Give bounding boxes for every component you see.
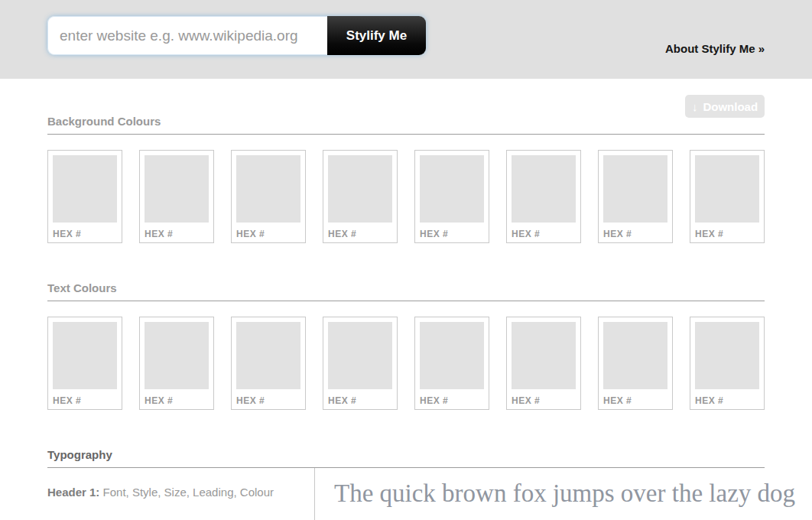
colour-swatch-card: HEX #: [690, 317, 765, 410]
colour-swatch-card: HEX #: [414, 317, 489, 410]
colour-swatch-card: HEX #: [690, 150, 765, 243]
url-search-widget: Stylify Me: [47, 16, 426, 55]
download-button[interactable]: ↓ Download: [685, 95, 765, 118]
colour-swatch: [236, 155, 300, 223]
header1-details: Font, Style, Size, Leading, Colour: [99, 486, 274, 499]
colour-swatch: [328, 322, 392, 389]
search-input[interactable]: [47, 16, 327, 55]
colour-swatch: [512, 155, 576, 223]
colour-swatch: [236, 322, 300, 389]
hex-label: HEX #: [328, 229, 392, 239]
colour-swatch: [603, 155, 667, 223]
download-arrow-icon: ↓: [692, 100, 698, 113]
colour-swatch: [512, 322, 576, 389]
colour-swatch-card: HEX #: [506, 317, 581, 410]
header1-label: Header 1:: [47, 486, 99, 499]
hex-label: HEX #: [512, 395, 576, 406]
hex-label: HEX #: [236, 395, 300, 406]
colour-swatch-card: HEX #: [506, 150, 581, 243]
colour-swatch-card: HEX #: [47, 150, 122, 243]
colour-swatch: [53, 322, 117, 389]
hex-label: HEX #: [236, 229, 300, 239]
top-bar: Stylify Me About Stylify Me »: [0, 0, 812, 79]
hex-label: HEX #: [328, 395, 392, 406]
section-title-text-colours: Text Colours: [47, 282, 765, 294]
colour-swatch-card: HEX #: [598, 150, 673, 243]
colour-swatch-card: HEX #: [598, 317, 673, 410]
colour-swatch-card: HEX #: [139, 150, 214, 243]
colour-swatch-card: HEX #: [231, 150, 306, 243]
colour-swatch: [603, 322, 667, 389]
colour-swatch: [328, 155, 392, 223]
typography-header1-row: Header 1: Font, Style, Size, Leading, Co…: [47, 468, 765, 520]
stylify-me-button[interactable]: Stylify Me: [327, 16, 426, 55]
text-colours-rule: [47, 301, 765, 301]
colour-swatch-card: HEX #: [231, 317, 306, 410]
hex-label: HEX #: [512, 229, 576, 239]
colour-swatch: [145, 322, 209, 389]
background-colours-rule: [47, 134, 765, 135]
section-title-typography: Typography: [47, 449, 765, 461]
hex-label: HEX #: [53, 229, 117, 239]
hex-label: HEX #: [420, 229, 484, 239]
hex-label: HEX #: [145, 229, 209, 239]
typography-sample-cell: The quick brown fox jumps over the lazy …: [315, 468, 812, 520]
colour-swatch: [420, 155, 484, 223]
section-title-background-colours: Background Colours: [47, 115, 765, 128]
colour-swatch: [145, 155, 209, 223]
hex-label: HEX #: [53, 395, 117, 406]
colour-swatch: [420, 322, 484, 389]
background-colours-row: HEX # HEX # HEX # HEX # HEX # HEX # HEX …: [47, 150, 765, 243]
colour-swatch-card: HEX #: [323, 317, 398, 410]
download-label: Download: [703, 100, 758, 113]
hex-label: HEX #: [420, 395, 484, 406]
hex-label: HEX #: [603, 395, 667, 406]
typography-spec-cell: Header 1: Font, Style, Size, Leading, Co…: [47, 468, 315, 520]
about-stylify-me-link[interactable]: About Stylify Me »: [665, 42, 765, 55]
colour-swatch-card: HEX #: [323, 150, 398, 243]
hex-label: HEX #: [603, 229, 667, 239]
hex-label: HEX #: [695, 229, 759, 239]
colour-swatch-card: HEX #: [139, 317, 214, 410]
main-content: Background Colours HEX # HEX # HEX # HEX…: [0, 115, 812, 520]
colour-swatch: [53, 155, 117, 223]
colour-swatch-card: HEX #: [414, 150, 489, 243]
hex-label: HEX #: [695, 395, 759, 406]
colour-swatch: [695, 322, 759, 389]
text-colours-row: HEX # HEX # HEX # HEX # HEX # HEX # HEX …: [47, 317, 765, 410]
colour-swatch: [695, 155, 759, 223]
hex-label: HEX #: [145, 395, 209, 406]
header1-sample-text: The quick brown fox jumps over the lazy …: [334, 477, 812, 509]
colour-swatch-card: HEX #: [47, 317, 122, 410]
